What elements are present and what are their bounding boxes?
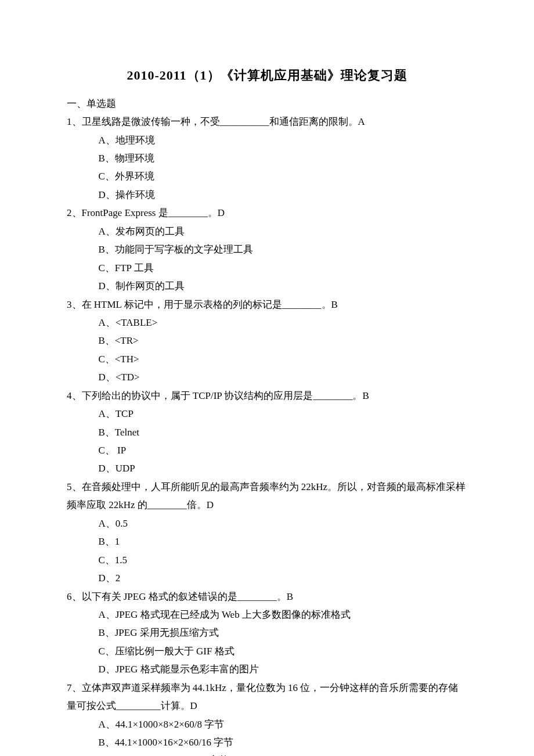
question-block: 5、在音频处理中，人耳所能听见的最高声音频率约为 22kHz。所以，对音频的最高… <box>67 478 467 588</box>
question-option: B、Telnet <box>67 423 467 441</box>
question-option: B、JPEG 采用无损压缩方式 <box>67 624 467 642</box>
question-option: A、TCP <box>67 405 467 423</box>
question-block: 6、以下有关 JPEG 格式的叙述错误的是________。B A、JPEG 格… <box>67 588 467 679</box>
question-block: 1、卫星线路是微波传输一种，不受__________和通信距离的限制。A A、地… <box>67 113 467 204</box>
document-page: 2010-2011（1）《计算机应用基础》理论复习题 一、单选题 1、卫星线路是… <box>0 0 534 756</box>
question-option: B、1 <box>67 532 467 550</box>
question-option: D、JPEG 格式能显示色彩丰富的图片 <box>67 660 467 678</box>
question-stem: 3、在 HTML 标记中，用于显示表格的列的标记是________。B <box>67 296 467 314</box>
question-option: C、外界环境 <box>67 167 467 185</box>
question-stem: 6、以下有关 JPEG 格式的叙述错误的是________。B <box>67 588 467 606</box>
question-block: 3、在 HTML 标记中，用于显示表格的列的标记是________。B A、<T… <box>67 296 467 387</box>
question-option: A、44.1×1000×8×2×60/8 字节 <box>67 715 467 733</box>
question-stem: 1、卫星线路是微波传输一种，不受__________和通信距离的限制。A <box>67 113 467 131</box>
question-option: D、操作环境 <box>67 186 467 204</box>
question-option: B、物理环境 <box>67 149 467 167</box>
question-stem: 4、下列给出的协议中，属于 TCP/IP 协议结构的应用层是________。B <box>67 387 467 405</box>
question-option: A、<TABLE> <box>67 314 467 332</box>
question-option: A、JPEG 格式现在已经成为 Web 上大多数图像的标准格式 <box>67 606 467 624</box>
question-option: C、<TH> <box>67 350 467 368</box>
question-option: D、UDP <box>67 459 467 477</box>
question-option: D、制作网页的工具 <box>67 277 467 295</box>
question-option: B、<TR> <box>67 332 467 350</box>
question-option: A、地理环境 <box>67 131 467 149</box>
question-option: C、压缩比例一般大于 GIF 格式 <box>67 642 467 660</box>
question-option: D、2 <box>67 569 467 587</box>
question-block: 7、立体声双声道采样频率为 44.1kHz，量化位数为 16 位，一分钟这样的音… <box>67 679 467 756</box>
question-option: A、发布网页的工具 <box>67 222 467 240</box>
question-block: 2、FrontPage Express 是________。D A、发布网页的工… <box>67 204 467 295</box>
question-option: C、1.5 <box>67 551 467 569</box>
question-stem: 2、FrontPage Express 是________。D <box>67 204 467 222</box>
question-option: B、功能同于写字板的文字处理工具 <box>67 240 467 258</box>
question-option: A、0.5 <box>67 514 467 532</box>
question-option: D、<TD> <box>67 368 467 386</box>
question-stem: 5、在音频处理中，人耳所能听见的最高声音频率约为 22kHz。所以，对音频的最高… <box>67 478 467 514</box>
question-stem: 7、立体声双声道采样频率为 44.1kHz，量化位数为 16 位，一分钟这样的音… <box>67 679 467 715</box>
section-heading: 一、单选题 <box>67 95 467 113</box>
question-option: B、44.1×1000×16×2×60/16 字节 <box>67 733 467 751</box>
question-option: C、 IP <box>67 441 467 459</box>
question-option: C、44.1×1000×8×2×60/16 字节 <box>67 751 467 756</box>
question-option: C、FTP 工具 <box>67 259 467 277</box>
page-title: 2010-2011（1）《计算机应用基础》理论复习题 <box>67 64 467 88</box>
question-block: 4、下列给出的协议中，属于 TCP/IP 协议结构的应用层是________。B… <box>67 387 467 478</box>
